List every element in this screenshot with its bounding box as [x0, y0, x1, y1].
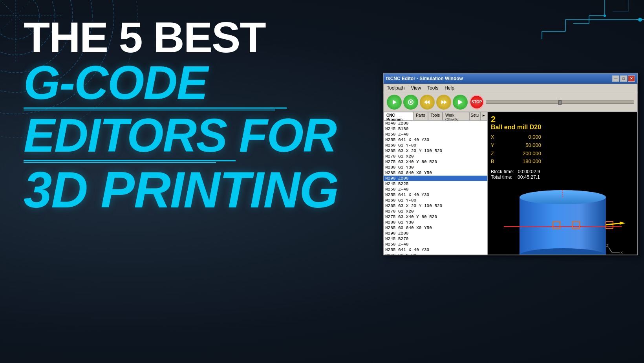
- cnc-line-5[interactable]: N265 G3 X-20 Y-100 R20: [384, 148, 487, 154]
- svg-marker-27: [393, 100, 397, 104]
- cnc-line-17[interactable]: N275 G3 X40 Y-80 R20: [384, 214, 487, 220]
- cnc-line-12[interactable]: N250 Z-40: [384, 187, 487, 192]
- coord-value-x: 0.000: [514, 133, 541, 141]
- cnc-line-13[interactable]: N255 G41 X-40 Y30: [384, 192, 487, 198]
- cnc-line-16[interactable]: N270 G1 X20: [384, 209, 487, 214]
- window-content: CNC Program Parts Tools Work Offsets Set…: [384, 112, 637, 255]
- svg-marker-33: [444, 100, 447, 104]
- cnc-line-4[interactable]: N260 G1 Y-80: [384, 143, 487, 148]
- cnc-line-10[interactable]: N290 Z200: [384, 176, 487, 181]
- cnc-line-14[interactable]: N260 G1 Y-80: [384, 198, 487, 203]
- window-controls: — □ ✕: [612, 75, 635, 82]
- play-button[interactable]: [387, 95, 402, 110]
- cnc-line-20[interactable]: N290 Z200: [384, 231, 487, 236]
- coord-label-x: X: [491, 133, 494, 141]
- svg-point-15: [638, 18, 642, 22]
- rewind-button[interactable]: [420, 95, 435, 110]
- circuit-decoration: [487, 0, 644, 79]
- cnc-line-0[interactable]: N240 Z200: [384, 121, 487, 126]
- main-text-block: THE 5 BEST G-CODE EDITORS FOR 3D PRINTIN…: [24, 16, 338, 215]
- menu-tools[interactable]: Tools: [426, 84, 440, 92]
- window-menu: Toolpath View Tools Help: [384, 84, 637, 92]
- cnc-line-22[interactable]: N250 Z-40: [384, 242, 487, 247]
- stop-button[interactable]: STOP: [469, 95, 484, 110]
- cnc-line-11[interactable]: N245 B225: [384, 181, 487, 187]
- window-title: tkCNC Editor - Simulation Window: [386, 76, 463, 81]
- cnc-program-list[interactable]: N240 Z200 N245 B180 N250 Z-40 N255 G41 X…: [384, 121, 487, 255]
- coord-label-z: Z: [491, 150, 494, 158]
- svg-point-20: [604, 15, 606, 17]
- simulation-svg: X Z: [496, 150, 629, 255]
- cnc-line-3[interactable]: N255 G41 X-40 Y30: [384, 137, 487, 143]
- cnc-items: N240 Z200 N245 B180 N250 Z-40 N255 G41 X…: [384, 121, 487, 255]
- tab-work-offsets[interactable]: Work Offsets: [443, 112, 469, 120]
- reset-button[interactable]: [453, 95, 468, 110]
- cnc-line-21[interactable]: N245 B270: [384, 236, 487, 242]
- svg-rect-37: [520, 197, 606, 255]
- menu-toolpath[interactable]: Toolpath: [385, 84, 406, 92]
- menu-view[interactable]: View: [409, 84, 423, 92]
- svg-line-44: [606, 223, 622, 225]
- svg-rect-29: [410, 101, 412, 103]
- svg-marker-32: [441, 100, 444, 104]
- step-button[interactable]: [403, 95, 418, 110]
- headline-line3: EDITORS FOR: [24, 112, 338, 159]
- headline-line1: THE 5 BEST: [24, 16, 338, 59]
- tab-bar: CNC Program Parts Tools Work Offsets Set…: [384, 112, 487, 121]
- tkcnc-window: tkCNC Editor - Simulation Window — □ ✕ T…: [383, 73, 638, 255]
- toolbar: STOP: [384, 92, 637, 112]
- tab-tools[interactable]: Tools: [428, 112, 443, 120]
- sim-3d-view: X Z: [488, 159, 637, 255]
- cnc-line-2[interactable]: N250 Z-40: [384, 132, 487, 137]
- svg-marker-30: [427, 100, 430, 104]
- tool-name: Ball end mill D20: [491, 124, 541, 131]
- progress-slider[interactable]: [486, 101, 634, 104]
- cnc-line-7[interactable]: N275 G3 X40 Y-80 R20: [384, 159, 487, 165]
- cnc-line-1[interactable]: N245 B180: [384, 126, 487, 132]
- close-button[interactable]: ✕: [628, 75, 635, 82]
- menu-help[interactable]: Help: [443, 84, 456, 92]
- minimize-button[interactable]: —: [612, 75, 619, 82]
- svg-line-49: [609, 248, 612, 252]
- cnc-line-23[interactable]: N255 G41 X-40 Y30: [384, 247, 487, 253]
- coord-value-y: 50.000: [514, 141, 541, 150]
- cnc-line-9[interactable]: N285 G0 G40 X0 Y50: [384, 170, 487, 176]
- headline-line2: G-CODE: [24, 59, 338, 106]
- tab-arrow[interactable]: ►: [480, 112, 487, 120]
- svg-text:Z: Z: [606, 244, 609, 248]
- cnc-line-19[interactable]: N285 G0 G40 X0 Y50: [384, 225, 487, 231]
- maximize-button[interactable]: □: [620, 75, 627, 82]
- simulation-panel: 2 Ball end mill D20 X 0.000 Y 50.000 Z 2…: [488, 112, 637, 255]
- headline-line4: 3D PRINTING: [24, 164, 338, 215]
- cnc-line-18[interactable]: N280 G1 Y30: [384, 220, 487, 225]
- forward-button[interactable]: [436, 95, 451, 110]
- cnc-line-6[interactable]: N270 G1 X20: [384, 154, 487, 159]
- tab-more[interactable]: Setu: [469, 112, 481, 120]
- cnc-line-8[interactable]: N280 G1 Y30: [384, 165, 487, 170]
- coord-label-y: Y: [491, 141, 494, 150]
- tab-cnc-program[interactable]: CNC Program: [384, 112, 413, 120]
- svg-text:X: X: [620, 251, 623, 255]
- svg-marker-31: [424, 100, 427, 104]
- tab-parts[interactable]: Parts: [413, 112, 428, 120]
- tool-number: 2: [491, 115, 541, 124]
- svg-marker-45: [620, 222, 626, 225]
- cnc-line-15[interactable]: N265 G3 X-20 Y-100 R20: [384, 203, 487, 209]
- svg-marker-34: [459, 100, 463, 104]
- left-panel: CNC Program Parts Tools Work Offsets Set…: [384, 112, 488, 255]
- window-titlebar: tkCNC Editor - Simulation Window — □ ✕: [384, 73, 637, 84]
- cnc-line-24[interactable]: N260 G1 Y-80: [384, 253, 487, 255]
